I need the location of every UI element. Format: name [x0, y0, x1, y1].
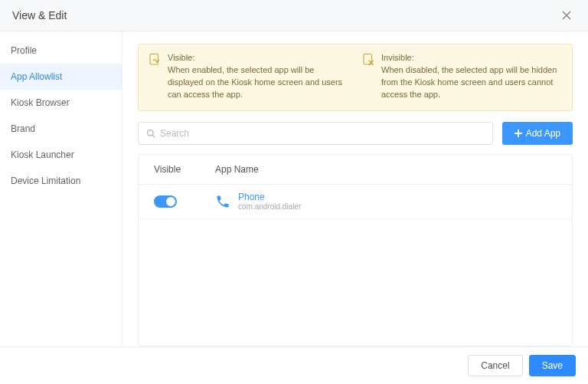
cell-app: Phone com.android.dialer	[215, 192, 557, 211]
search-input[interactable]	[160, 128, 485, 139]
app-table: Visible App Name Phone	[138, 154, 573, 346]
save-button[interactable]: Save	[529, 355, 576, 376]
add-app-label: Add App	[526, 128, 560, 139]
cancel-button[interactable]: Cancel	[468, 355, 522, 376]
sidebar-item-profile[interactable]: Profile	[0, 38, 122, 64]
search-box[interactable]	[138, 122, 493, 145]
info-invisible-desc: When disabled, the selected app will be …	[381, 64, 563, 101]
toggle-knob	[166, 197, 175, 206]
info-invisible: Invisible: When disabled, the selected a…	[361, 52, 563, 101]
app-name[interactable]: Phone	[238, 192, 301, 202]
th-app-name: App Name	[215, 164, 557, 175]
info-visible-text: Visible: When enabled, the selected app …	[168, 52, 349, 101]
visible-icon	[148, 53, 162, 67]
table-row: Phone com.android.dialer	[139, 185, 572, 219]
invisible-icon	[361, 53, 375, 67]
add-app-button[interactable]: Add App	[502, 122, 573, 145]
info-visible: Visible: When enabled, the selected app …	[148, 52, 349, 101]
visibility-toggle[interactable]	[154, 195, 177, 208]
cell-visible	[154, 195, 215, 208]
modal-footer: Cancel Save	[0, 346, 588, 384]
modal-header: View & Edit	[0, 0, 588, 31]
info-visible-desc: When enabled, the selected app will be d…	[168, 64, 349, 101]
info-invisible-text: Invisible: When disabled, the selected a…	[381, 52, 563, 101]
app-package: com.android.dialer	[238, 202, 301, 211]
app-info: Phone com.android.dialer	[238, 192, 301, 211]
phone-icon	[215, 194, 230, 209]
sidebar-item-device-limitation[interactable]: Device Limitation	[0, 168, 122, 194]
plus-icon	[514, 130, 522, 137]
sidebar-item-app-allowlist[interactable]: App Allowlist	[0, 64, 122, 90]
modal-view-edit: View & Edit Profile App Allowlist Kiosk …	[0, 0, 588, 384]
table-header: Visible App Name	[139, 155, 572, 185]
sidebar-item-kiosk-browser[interactable]: Kiosk Browser	[0, 90, 122, 116]
toolbar: Add App	[138, 122, 573, 145]
info-banner: Visible: When enabled, the selected app …	[138, 44, 573, 111]
info-invisible-title: Invisible:	[381, 52, 563, 64]
close-icon	[562, 11, 571, 20]
svg-point-4	[148, 130, 154, 136]
page-title: View & Edit	[12, 9, 67, 21]
info-visible-title: Visible:	[168, 52, 349, 64]
search-icon	[146, 129, 155, 138]
sidebar-item-kiosk-launcher[interactable]: Kiosk Launcher	[0, 142, 122, 168]
close-button[interactable]	[557, 6, 576, 25]
th-visible: Visible	[154, 164, 215, 175]
sidebar-item-brand[interactable]: Brand	[0, 116, 122, 142]
sidebar: Profile App Allowlist Kiosk Browser Bran…	[0, 31, 122, 346]
svg-line-5	[152, 135, 155, 137]
modal-body: Profile App Allowlist Kiosk Browser Bran…	[0, 31, 588, 346]
main-panel: Visible: When enabled, the selected app …	[122, 31, 588, 346]
